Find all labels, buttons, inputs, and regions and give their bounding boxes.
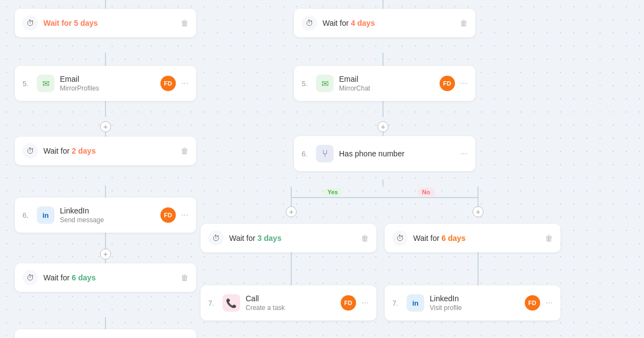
avatar: FD	[341, 295, 356, 311]
action-info: Email MirrorChat	[339, 75, 434, 92]
action-info: Email MirrorProfiles	[60, 75, 155, 92]
wait-5-days-card: ⏱ Wait for 5 days 🗑	[15, 9, 196, 37]
linkedin-icon: in	[407, 294, 424, 312]
avatar: FD	[160, 207, 176, 223]
step-number: 7.	[208, 299, 217, 307]
clock-icon: ⏱	[23, 143, 38, 159]
email-mirrorprofiles-card: 5. ✉ Email MirrorProfiles FD ···	[15, 66, 196, 101]
action-title: Call	[246, 294, 335, 303]
wait-3-days-card: ⏱ Wait for 3 days 🗑	[201, 224, 376, 252]
no-branch-label: No	[418, 188, 435, 196]
action-info: Has phone number	[339, 149, 455, 158]
email-bottom-card: ✉ Email FD ···	[15, 329, 196, 338]
more-icon[interactable]: ···	[181, 78, 188, 88]
action-info: LinkedIn Send message	[60, 206, 155, 224]
action-subtitle: MirrorChat	[339, 84, 434, 92]
clock-icon: ⏱	[392, 230, 408, 246]
wait-days: 4 days	[351, 19, 375, 27]
wait-4-days-card: ⏱ Wait for 4 days 🗑	[294, 9, 475, 37]
linkedin-icon: in	[37, 206, 54, 224]
clock-icon: ⏱	[23, 15, 38, 31]
add-button-yes[interactable]: +	[286, 206, 297, 217]
clock-icon: ⏱	[208, 230, 224, 246]
linkedin-send-card: 6. in LinkedIn Send message FD ···	[15, 198, 196, 233]
yes-branch-label: Yes	[323, 188, 342, 196]
email-mirrorchat-card: 5. ✉ Email MirrorChat FD ···	[294, 66, 475, 101]
add-button-no[interactable]: +	[473, 206, 484, 217]
trash-icon[interactable]: 🗑	[181, 147, 188, 155]
avatar: FD	[440, 76, 455, 91]
more-icon[interactable]: ···	[181, 210, 188, 220]
more-icon[interactable]: ···	[460, 149, 468, 159]
action-title: LinkedIn	[430, 294, 519, 303]
wait-3-text: Wait for 3 days	[229, 234, 356, 243]
more-icon[interactable]: ···	[546, 298, 553, 308]
trash-icon[interactable]: 🗑	[361, 234, 369, 243]
wait-days: 6 days	[442, 234, 466, 243]
wait-4-text: Wait for 4 days	[323, 19, 454, 27]
condition-icon: ⑂	[316, 145, 334, 162]
wait-5-text: Wait for 5 days	[43, 19, 175, 27]
avatar: FD	[525, 295, 540, 311]
more-icon[interactable]: ···	[460, 78, 468, 88]
action-subtitle: Visit profile	[430, 304, 519, 312]
add-button[interactable]: +	[377, 121, 388, 132]
email-icon: ✉	[316, 75, 334, 92]
action-title: LinkedIn	[60, 206, 155, 215]
action-info: Call Create a task	[246, 294, 335, 312]
wait-6-days-left-card: ⏱ Wait for 6 days 🗑	[15, 263, 196, 292]
email-icon: ✉	[37, 75, 54, 92]
clock-icon: ⏱	[23, 270, 38, 285]
call-create-task-card: 7. 📞 Call Create a task FD ···	[201, 285, 376, 320]
clock-icon: ⏱	[302, 15, 317, 31]
wait-days: 5 days	[74, 19, 98, 27]
wait-2-days-card: ⏱ Wait for 2 days 🗑	[15, 137, 196, 165]
action-title: Email	[339, 75, 434, 83]
action-title: Email	[60, 75, 155, 83]
wait-2-text: Wait for 2 days	[43, 147, 175, 155]
trash-icon[interactable]: 🗑	[181, 273, 188, 282]
add-button[interactable]: +	[100, 249, 111, 260]
linkedin-visit-profile-card: 7. in LinkedIn Visit profile FD ···	[385, 285, 560, 320]
action-subtitle: Send message	[60, 216, 155, 224]
wait-label: Wait for	[43, 19, 74, 27]
step-number: 7.	[392, 299, 401, 307]
add-button[interactable]: +	[100, 121, 111, 132]
call-icon: 📞	[223, 294, 240, 312]
more-icon[interactable]: ···	[362, 298, 369, 308]
wait-6-days-right-card: ⏱ Wait for 6 days 🗑	[385, 224, 560, 252]
action-subtitle: Create a task	[246, 304, 335, 312]
trash-icon[interactable]: 🗑	[181, 19, 188, 27]
action-title: Has phone number	[339, 149, 455, 158]
trash-icon[interactable]: 🗑	[460, 19, 468, 27]
action-subtitle: MirrorProfiles	[60, 84, 155, 92]
trash-icon[interactable]: 🗑	[545, 234, 553, 243]
step-number: 6.	[23, 211, 31, 219]
wait-days: 2 days	[72, 147, 96, 155]
step-number: 5.	[23, 80, 31, 88]
wait-6-text: Wait for 6 days	[43, 273, 175, 282]
action-info: LinkedIn Visit profile	[430, 294, 519, 312]
step-number: 6.	[302, 150, 310, 158]
avatar: FD	[160, 76, 176, 91]
wait-6-right-text: Wait for 6 days	[413, 234, 540, 243]
wait-days: 3 days	[258, 234, 282, 243]
has-phone-number-card: 6. ⑂ Has phone number ···	[294, 136, 475, 171]
flow-canvas: ⏱ Wait for 5 days 🗑 5. ✉ Email MirrorPro…	[0, 0, 644, 338]
step-number: 5.	[302, 80, 310, 88]
wait-days: 6 days	[72, 273, 96, 282]
